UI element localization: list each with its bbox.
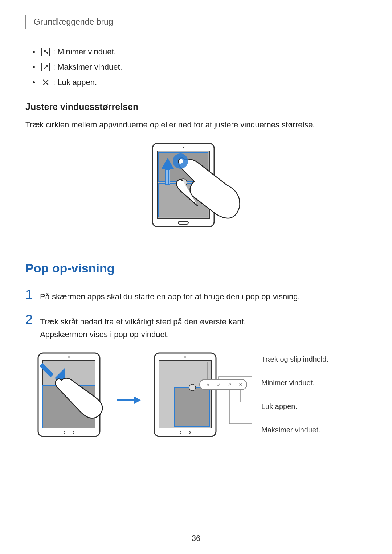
svg-text:⇲: ⇲ <box>206 382 209 387</box>
callout-labels: Træk og slip indhold. Minimer vinduet. L… <box>261 355 328 434</box>
step-number: 2 <box>25 313 40 326</box>
maximize-icon <box>41 63 50 71</box>
svg-text:↙: ↙ <box>217 382 220 387</box>
step-text: Træk skråt nedad fra et vilkårligt sted … <box>40 313 246 341</box>
svg-point-14 <box>68 356 70 358</box>
svg-rect-28 <box>174 387 210 427</box>
svg-point-25 <box>184 356 186 358</box>
icon-list: : Minimer vinduet. : Maksimer vinduet. :… <box>33 47 367 87</box>
icon-label: : Luk appen. <box>53 78 97 87</box>
bullet-icon <box>33 81 35 83</box>
icon-label: : Minimer vinduet. <box>53 47 116 57</box>
callout-minimize: Minimer vinduet. <box>261 379 328 387</box>
page-number: 36 <box>192 534 200 543</box>
bullet-icon <box>33 66 35 68</box>
icon-label: : Maksimer vinduet. <box>53 62 122 72</box>
step-text: På skærmen apps skal du starte en app fo… <box>40 288 300 303</box>
arrow-right-icon <box>116 393 142 407</box>
header-divider <box>25 15 26 29</box>
illustration-tablet-popup: ⇲ ↙ ↗ ✕ <box>152 351 254 449</box>
svg-marker-23 <box>134 397 141 404</box>
icon-item-close: : Luk appen. <box>33 78 367 87</box>
step-number: 1 <box>25 288 40 301</box>
svg-point-1 <box>183 147 184 148</box>
icon-item-minimize: : Minimer vinduet. <box>33 47 367 57</box>
subheading-body: Træk cirklen mellem appvinduerne op elle… <box>25 119 367 131</box>
subheading-adjust-size: Justere vinduesstørrelsen <box>25 102 367 112</box>
header-title: Grundlæggende brug <box>34 17 113 27</box>
diagram-popup-sequence: ⇲ ↙ ↗ ✕ Træk og slip indhold. Minimer vi… <box>36 351 367 449</box>
icon-item-maximize: : Maksimer vinduet. <box>33 62 367 72</box>
svg-point-29 <box>189 384 196 391</box>
heading-popup-view: Pop op-visning <box>25 261 367 275</box>
step-1: 1 På skærmen apps skal du starte en app … <box>25 288 367 303</box>
minimize-icon <box>41 48 50 56</box>
illustration-split-adjust <box>25 141 367 243</box>
illustration-tablet-drag <box>36 351 105 449</box>
callout-drag-drop: Træk og slip indhold. <box>261 355 328 364</box>
callout-maximize: Maksimer vinduet. <box>261 426 328 434</box>
svg-text:↗: ↗ <box>228 382 231 387</box>
page-header: Grundlæggende brug <box>25 15 367 29</box>
step-2: 2 Træk skråt nedad fra et vilkårligt ste… <box>25 313 367 341</box>
bullet-icon <box>33 51 35 53</box>
svg-text:✕: ✕ <box>239 382 242 387</box>
callout-close: Luk appen. <box>261 402 328 411</box>
close-icon <box>41 78 50 87</box>
